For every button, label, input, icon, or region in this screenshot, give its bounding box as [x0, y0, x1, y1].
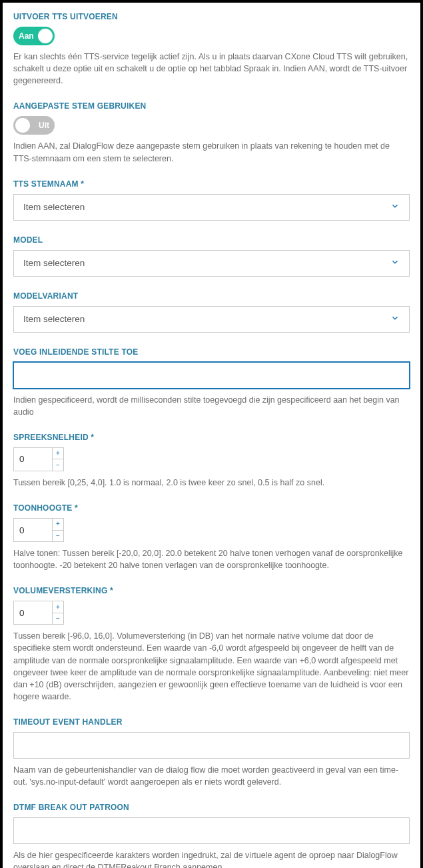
speaking-rate-stepper: + − [13, 447, 410, 471]
model-variant-group: MODELVARIANT Item selecteren [13, 291, 410, 333]
leading-silence-help: Indien gespecificeerd, wordt de millisec… [13, 394, 410, 418]
pitch-stepper: + − [13, 518, 410, 542]
custom-voice-label: AANGEPASTE STEM GEBRUIKEN [13, 101, 410, 111]
leading-silence-label: VOEG INLEIDENDE STILTE TOE [13, 347, 410, 357]
stepper-down-button[interactable]: − [52, 613, 64, 625]
timeout-handler-help: Naam van de gebeurtenishandler van de di… [13, 764, 410, 788]
perform-tts-help: Er kan slechts één TTS-service tegelijk … [13, 51, 410, 87]
speaking-rate-input[interactable] [13, 447, 52, 471]
pitch-group: TOONHOOGTE * + − Halve tonen: Tussen ber… [13, 503, 410, 571]
perform-tts-label: UITVOER TTS UITVOEREN [13, 12, 410, 21]
timeout-handler-group: TIMEOUT EVENT HANDLER Naam van de gebeur… [13, 717, 410, 788]
pitch-label: TOONHOOGTE * [13, 503, 410, 513]
perform-tts-toggle[interactable]: Aan [13, 27, 55, 45]
toggle-off-text: Uit [39, 121, 49, 130]
custom-voice-group: AANGEPASTE STEM GEBRUIKEN Uit Indien AAN… [13, 101, 410, 164]
select-placeholder: Item selecteren [23, 314, 85, 324]
speaking-rate-label: SPREEKSNELHEID * [13, 433, 410, 442]
volume-gain-help: Tussen bereik [-96,0, 16,0]. Volumeverst… [13, 630, 410, 703]
volume-gain-stepper: + − [13, 601, 410, 625]
model-select[interactable]: Item selecteren [13, 250, 410, 277]
select-placeholder: Item selecteren [23, 258, 85, 268]
settings-form: UITVOER TTS UITVOEREN Aan Er kan slechts… [0, 0, 423, 868]
dtmf-breakout-help: Als de hier gespecificeerde karakters wo… [13, 849, 410, 868]
leading-silence-group: VOEG INLEIDENDE STILTE TOE Indien gespec… [13, 347, 410, 418]
minus-icon: − [56, 615, 60, 622]
custom-voice-help: Indien AAN, zal DialogFlow deze aangepas… [13, 140, 410, 164]
model-variant-select[interactable]: Item selecteren [13, 306, 410, 333]
dtmf-breakout-label: DTMF BREAK OUT PATROON [13, 803, 410, 812]
tts-voice-name-label: TTS STEMNAAM * [13, 179, 410, 189]
plus-icon: + [56, 450, 60, 457]
timeout-handler-input[interactable] [13, 732, 410, 759]
model-label: MODEL [13, 235, 410, 245]
stepper-buttons: + − [52, 447, 64, 471]
custom-voice-toggle[interactable]: Uit [13, 116, 55, 135]
toggle-knob [38, 29, 53, 43]
volume-gain-input[interactable] [13, 601, 52, 625]
volume-gain-group: VOLUMEVERSTERKING * + − Tussen bereik [-… [13, 586, 410, 703]
minus-icon: − [56, 533, 60, 539]
stepper-up-button[interactable]: + [52, 447, 64, 459]
pitch-help: Halve tonen: Tussen bereik [-20,0, 20,0]… [13, 547, 410, 571]
volume-gain-label: VOLUMEVERSTERKING * [13, 586, 410, 595]
stepper-down-button[interactable]: − [52, 459, 64, 471]
toggle-on-text: Aan [19, 31, 34, 41]
timeout-handler-label: TIMEOUT EVENT HANDLER [13, 717, 410, 727]
chevron-down-icon [390, 257, 400, 269]
speaking-rate-group: SPREEKSNELHEID * + − Tussen bereik [0,25… [13, 433, 410, 489]
tts-voice-name-select[interactable]: Item selecteren [13, 194, 410, 221]
chevron-down-icon [390, 313, 400, 325]
dtmf-breakout-input[interactable] [13, 817, 410, 844]
stepper-up-button[interactable]: + [52, 601, 64, 613]
leading-silence-input[interactable] [13, 362, 410, 389]
model-group: MODEL Item selecteren [13, 235, 410, 277]
pitch-input[interactable] [13, 518, 52, 542]
perform-tts-group: UITVOER TTS UITVOEREN Aan Er kan slechts… [13, 12, 410, 87]
stepper-buttons: + − [52, 601, 64, 625]
stepper-down-button[interactable]: − [52, 530, 64, 543]
dtmf-breakout-group: DTMF BREAK OUT PATROON Als de hier gespe… [13, 803, 410, 868]
chevron-down-icon [390, 201, 400, 213]
select-placeholder: Item selecteren [23, 202, 85, 212]
stepper-buttons: + − [52, 518, 64, 542]
model-variant-label: MODELVARIANT [13, 291, 410, 301]
tts-voice-name-group: TTS STEMNAAM * Item selecteren [13, 179, 410, 221]
plus-icon: + [56, 604, 60, 611]
plus-icon: + [56, 521, 60, 527]
minus-icon: − [56, 462, 60, 469]
toggle-knob [15, 118, 30, 133]
speaking-rate-help: Tussen bereik [0,25, 4,0]. 1.0 is normaa… [13, 477, 410, 489]
stepper-up-button[interactable]: + [52, 518, 64, 530]
